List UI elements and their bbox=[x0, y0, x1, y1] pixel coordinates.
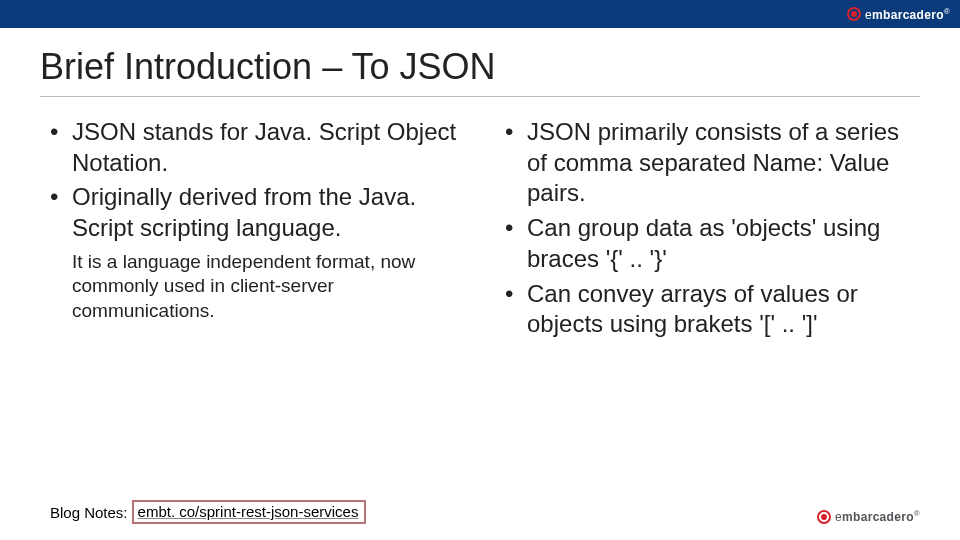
right-bullet-1: JSON primarily consists of a series of c… bbox=[495, 117, 920, 209]
header-bar: embarcadero® bbox=[0, 0, 960, 28]
brand-logo-top: embarcadero® bbox=[847, 7, 950, 22]
brand-icon bbox=[847, 7, 861, 21]
right-bullet-2: Can group data as 'objects' using braces… bbox=[495, 213, 920, 274]
blog-notes-label: Blog Notes: bbox=[50, 504, 128, 521]
brand-bold: mbarcadero bbox=[872, 8, 944, 22]
right-bullet-3: Can convey arrays of values or objects u… bbox=[495, 279, 920, 340]
brand-logo-footer: embarcadero® bbox=[817, 509, 920, 524]
brand-text: embarcadero® bbox=[865, 7, 950, 22]
left-bullet-1: JSON stands for Java. Script Object Nota… bbox=[40, 117, 465, 178]
content-columns: JSON stands for Java. Script Object Nota… bbox=[0, 117, 960, 344]
left-bullet-2: Originally derived from the Java. Script… bbox=[40, 182, 465, 243]
blog-notes-link[interactable]: embt. co/sprint-rest-json-services bbox=[132, 500, 367, 524]
blog-notes: Blog Notes: embt. co/sprint-rest-json-se… bbox=[50, 500, 366, 524]
left-column: JSON stands for Java. Script Object Nota… bbox=[40, 117, 465, 344]
right-column: JSON primarily consists of a series of c… bbox=[495, 117, 920, 344]
left-subnote: It is a language independent format, now… bbox=[40, 250, 465, 323]
title-underline bbox=[40, 96, 920, 97]
brand-text: embarcadero® bbox=[835, 509, 920, 524]
brand-bold: mbarcadero bbox=[842, 510, 914, 524]
footer: Blog Notes: embt. co/sprint-rest-json-se… bbox=[50, 500, 920, 524]
brand-reg: ® bbox=[944, 7, 950, 16]
slide-title: Brief Introduction – To JSON bbox=[0, 28, 960, 96]
brand-reg: ® bbox=[914, 509, 920, 518]
brand-icon bbox=[817, 510, 831, 524]
